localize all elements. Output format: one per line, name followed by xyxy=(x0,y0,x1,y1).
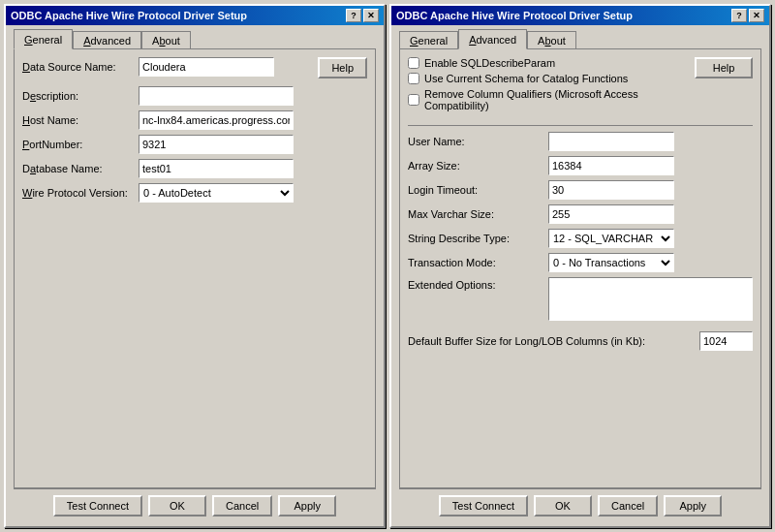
left-help-title-btn[interactable]: ? xyxy=(346,9,361,22)
right-dialog-title: ODBC Apache Hive Wire Protocol Driver Se… xyxy=(396,10,633,21)
right-extendedoptions-row: Extended Options: xyxy=(408,277,753,323)
left-dialog-content: General Advanced About Data Source Name:… xyxy=(6,25,384,526)
left-dsn-input[interactable] xyxy=(139,57,274,77)
right-dialog-content: General Advanced About Enable SQLDescrib… xyxy=(391,25,769,526)
right-ok-button[interactable]: OK xyxy=(534,495,592,516)
left-tab-advanced[interactable]: Advanced xyxy=(73,31,141,49)
right-stringdescribe-label: String Describe Type: xyxy=(408,233,548,244)
left-db-input[interactable] xyxy=(139,159,294,178)
right-defaultbuffer-input[interactable] xyxy=(699,331,753,351)
right-defaultbuffer-row: Default Buffer Size for Long/LOB Columns… xyxy=(408,331,753,351)
right-defaultbuffer-label: Default Buffer Size for Long/LOB Columns… xyxy=(408,335,699,347)
right-arraysize-row: Array Size: xyxy=(408,156,753,175)
right-button-row: Test Connect OK Cancel Apply xyxy=(399,488,761,520)
left-tab-about[interactable]: About xyxy=(141,31,191,49)
right-username-input[interactable] xyxy=(548,132,674,151)
right-cb-sqldescribe[interactable] xyxy=(408,57,419,69)
left-dsn-label: Data Source Name: xyxy=(22,61,139,73)
right-tab-general[interactable]: General xyxy=(399,31,458,49)
left-desc-row: Description: xyxy=(22,86,367,106)
left-tab-panel: Data Source Name: Help Description: Host… xyxy=(14,48,376,488)
left-title-bar: ODBC Apache Hive Wire Protocol Driver Se… xyxy=(6,6,384,25)
left-test-connect-button[interactable]: Test Connect xyxy=(53,495,142,516)
left-help-button[interactable]: Help xyxy=(318,57,367,78)
left-desc-label: Description: xyxy=(22,90,139,102)
left-button-row: Test Connect OK Cancel Apply xyxy=(14,488,376,520)
right-title-bar: ODBC Apache Hive Wire Protocol Driver Se… xyxy=(391,6,769,25)
right-logintimeout-input[interactable] xyxy=(548,180,674,200)
right-logintimeout-row: Login Timeout: xyxy=(408,180,753,200)
left-close-title-btn[interactable]: ✕ xyxy=(363,9,379,22)
right-cb-schema-row: Use Current Schema for Catalog Functions xyxy=(408,73,687,84)
right-maxvarchar-row: Max Varchar Size: xyxy=(408,204,753,224)
right-transactionmode-row: Transaction Mode: 0 - No Transactions xyxy=(408,253,753,272)
left-wire-row: Wire Protocol Version: 0 - AutoDetect xyxy=(22,183,367,203)
right-test-connect-button[interactable]: Test Connect xyxy=(439,495,528,516)
right-username-label: User Name: xyxy=(408,136,548,147)
left-tab-general[interactable]: General xyxy=(14,29,73,49)
right-tab-advanced[interactable]: Advanced xyxy=(458,29,527,49)
right-maxvarchar-label: Max Varchar Size: xyxy=(408,208,548,220)
left-desc-input[interactable] xyxy=(139,86,294,106)
left-port-label: PortNumber: xyxy=(22,139,139,150)
left-host-row: Host Name: xyxy=(22,110,367,130)
right-title-buttons: ? ✕ xyxy=(731,9,764,22)
right-dialog: ODBC Apache Hive Wire Protocol Driver Se… xyxy=(389,4,771,528)
right-cb-sqldescribe-label: Enable SQLDescribeParam xyxy=(424,57,555,69)
right-cb-column-label: Remove Column Qualifiers (Microsoft Acce… xyxy=(424,88,687,111)
left-port-input[interactable] xyxy=(139,135,294,154)
left-wire-select[interactable]: 0 - AutoDetect xyxy=(139,183,294,203)
right-arraysize-input[interactable] xyxy=(548,156,674,175)
right-help-button[interactable]: Help xyxy=(695,57,753,78)
left-ok-button[interactable]: OK xyxy=(148,495,206,516)
right-extendedoptions-input[interactable] xyxy=(548,277,753,321)
left-wire-label: Wire Protocol Version: xyxy=(22,187,139,199)
right-help-title-btn[interactable]: ? xyxy=(731,9,747,22)
left-tabs: General Advanced About xyxy=(14,31,376,49)
left-dsn-row: Data Source Name: xyxy=(22,57,310,77)
right-transactionmode-select[interactable]: 0 - No Transactions xyxy=(548,253,674,272)
right-cb-sqldescribe-row: Enable SQLDescribeParam xyxy=(408,57,687,69)
right-arraysize-label: Array Size: xyxy=(408,160,548,172)
right-tabs: General Advanced About xyxy=(399,31,761,49)
right-cb-schema-label: Use Current Schema for Catalog Functions xyxy=(424,73,628,84)
left-host-input[interactable] xyxy=(139,110,294,130)
right-extendedoptions-label: Extended Options: xyxy=(408,277,548,291)
left-dialog: ODBC Apache Hive Wire Protocol Driver Se… xyxy=(4,4,386,528)
right-maxvarchar-input[interactable] xyxy=(548,204,674,224)
left-title-buttons: ? ✕ xyxy=(346,9,379,22)
left-host-label: Host Name: xyxy=(22,114,139,126)
left-cancel-button[interactable]: Cancel xyxy=(212,495,272,516)
left-dialog-title: ODBC Apache Hive Wire Protocol Driver Se… xyxy=(11,10,247,21)
right-stringdescribe-select[interactable]: 12 - SQL_VARCHAR xyxy=(548,229,674,248)
right-transactionmode-label: Transaction Mode: xyxy=(408,257,548,268)
right-apply-button[interactable]: Apply xyxy=(664,495,722,516)
left-apply-button[interactable]: Apply xyxy=(278,495,336,516)
right-logintimeout-label: Login Timeout: xyxy=(408,184,548,196)
left-db-label: Database Name: xyxy=(22,163,139,174)
right-tab-panel: Enable SQLDescribeParam Use Current Sche… xyxy=(399,48,761,488)
right-cb-column-row: Remove Column Qualifiers (Microsoft Acce… xyxy=(408,88,687,111)
right-close-title-btn[interactable]: ✕ xyxy=(749,9,764,22)
right-cb-schema[interactable] xyxy=(408,73,419,84)
right-stringdescribe-row: String Describe Type: 12 - SQL_VARCHAR xyxy=(408,229,753,248)
right-tab-about[interactable]: About xyxy=(527,31,576,49)
right-cb-column[interactable] xyxy=(408,94,419,106)
right-cancel-button[interactable]: Cancel xyxy=(598,495,658,516)
left-port-row: PortNumber: xyxy=(22,135,367,154)
right-username-row: User Name: xyxy=(408,132,753,151)
left-db-row: Database Name: xyxy=(22,159,367,178)
